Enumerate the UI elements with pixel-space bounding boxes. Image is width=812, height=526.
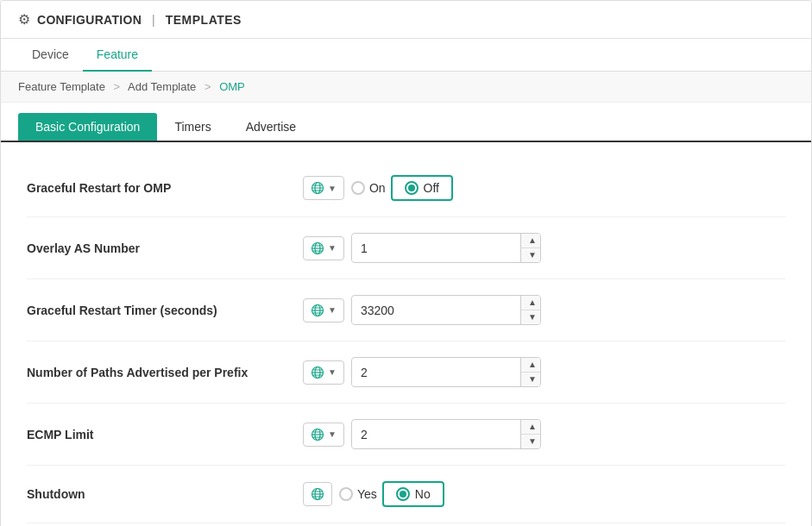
number-input-ecmp: ▲ ▼	[351, 419, 541, 449]
overlay-as-decrement[interactable]: ▼	[521, 247, 541, 262]
radio-circle-yes	[339, 487, 353, 501]
globe-icon-3	[311, 304, 324, 317]
header-divider: |	[152, 13, 155, 27]
label-overlay-as: Overlay AS Number	[27, 241, 303, 255]
globe-caret-2: ▼	[328, 243, 337, 253]
sub-tabs: Basic Configuration Timers Advertise	[1, 103, 811, 142]
globe-icon-4	[311, 366, 324, 379]
ecmp-steppers: ▲ ▼	[520, 420, 541, 448]
globe-btn-shutdown[interactable]	[303, 482, 332, 506]
radio-box-no[interactable]: No	[382, 481, 444, 507]
tab-feature[interactable]: Feature	[83, 39, 152, 72]
breadcrumb-item-1[interactable]: Add Template	[128, 80, 196, 93]
globe-btn-graceful-timer[interactable]: ▼	[303, 298, 344, 322]
globe-caret-3: ▼	[328, 305, 337, 315]
breadcrumb-item-current: OMP	[219, 80, 245, 93]
form-row-graceful-restart: Graceful Restart for OMP ▼ On	[27, 160, 785, 217]
control-paths: ▼ ▲ ▼	[303, 357, 541, 387]
radio-option-on[interactable]: On	[351, 181, 386, 195]
overlay-as-steppers: ▲ ▼	[520, 234, 541, 262]
graceful-timer-steppers: ▲ ▼	[520, 296, 541, 324]
graceful-timer-decrement[interactable]: ▼	[521, 310, 541, 324]
paths-steppers: ▲ ▼	[520, 358, 541, 386]
globe-caret-5: ▼	[328, 429, 337, 439]
breadcrumb-sep-0: >	[114, 80, 121, 93]
overlay-as-increment[interactable]: ▲	[521, 234, 541, 247]
radio-circle-off	[405, 181, 419, 195]
radio-box-off[interactable]: Off	[391, 175, 453, 201]
overlay-as-input[interactable]	[352, 235, 520, 261]
control-shutdown: Yes No	[303, 481, 444, 507]
tab-device[interactable]: Device	[18, 39, 83, 72]
number-input-overlay-as: ▲ ▼	[351, 233, 541, 263]
globe-btn-graceful-restart[interactable]: ▼	[303, 176, 344, 200]
globe-caret: ▼	[328, 184, 337, 193]
globe-icon-2	[311, 241, 324, 255]
radio-label-yes: Yes	[357, 487, 377, 501]
radio-label-no: No	[415, 487, 431, 501]
breadcrumb: Feature Template > Add Template > OMP	[1, 72, 811, 103]
label-paths: Number of Paths Advertised per Prefix	[27, 366, 303, 379]
sub-tab-basic[interactable]: Basic Configuration	[18, 113, 157, 141]
label-shutdown: Shutdown	[27, 487, 303, 501]
ecmp-decrement[interactable]: ▼	[521, 434, 541, 448]
paths-input[interactable]	[352, 360, 520, 385]
graceful-timer-increment[interactable]: ▲	[521, 296, 541, 310]
form-row-shutdown: Shutdown Yes	[27, 466, 785, 523]
radio-label-on: On	[369, 181, 386, 195]
radio-option-yes[interactable]: Yes	[339, 487, 377, 501]
globe-btn-overlay-as[interactable]: ▼	[303, 236, 344, 260]
header-title: CONFIGURATION	[37, 13, 142, 27]
globe-caret-4: ▼	[328, 367, 337, 377]
label-ecmp: ECMP Limit	[27, 428, 303, 441]
breadcrumb-item-0[interactable]: Feature Template	[18, 80, 105, 93]
ecmp-increment[interactable]: ▲	[521, 420, 541, 434]
main-content: Graceful Restart for OMP ▼ On	[1, 142, 811, 526]
number-input-paths: ▲ ▼	[351, 357, 541, 387]
number-input-graceful-timer: ▲ ▼	[351, 295, 541, 325]
control-graceful-restart: ▼ On Off	[303, 175, 453, 201]
control-ecmp: ▼ ▲ ▼	[303, 419, 541, 449]
globe-icon	[311, 181, 324, 195]
radio-label-off: Off	[424, 181, 439, 195]
label-graceful-timer: Graceful Restart Timer (seconds)	[27, 304, 303, 317]
sub-tab-timers[interactable]: Timers	[157, 113, 228, 141]
form-row-graceful-timer: Graceful Restart Timer (seconds) ▼	[27, 279, 785, 341]
form-row-paths: Number of Paths Advertised per Prefix ▼	[27, 341, 785, 404]
graceful-timer-input[interactable]	[352, 297, 520, 323]
globe-icon-5	[311, 428, 324, 441]
header-subtitle: TEMPLATES	[166, 13, 242, 27]
radio-circle-on	[351, 181, 365, 195]
breadcrumb-sep-1: >	[205, 80, 211, 93]
page-header: ⚙ CONFIGURATION | TEMPLATES	[1, 1, 811, 39]
paths-increment[interactable]: ▲	[521, 358, 541, 372]
control-overlay-as: ▼ ▲ ▼	[303, 233, 541, 263]
globe-icon-6	[311, 487, 324, 501]
main-tabs: Device Feature	[1, 39, 811, 72]
globe-btn-paths[interactable]: ▼	[303, 360, 344, 385]
sub-tab-advertise[interactable]: Advertise	[229, 113, 313, 141]
label-graceful-restart: Graceful Restart for OMP	[27, 181, 303, 195]
form-row-ecmp: ECMP Limit ▼ ▲ ▼	[27, 404, 785, 466]
paths-decrement[interactable]: ▼	[521, 372, 541, 386]
ecmp-input[interactable]	[352, 422, 520, 448]
radio-circle-no	[396, 487, 410, 501]
gear-icon: ⚙	[18, 11, 30, 28]
page-wrapper: ⚙ CONFIGURATION | TEMPLATES Device Featu…	[0, 0, 812, 526]
radio-group-graceful-restart: On Off	[351, 175, 453, 201]
control-graceful-timer: ▼ ▲ ▼	[303, 295, 541, 325]
radio-group-shutdown: Yes No	[339, 481, 444, 507]
form-row-overlay-as: Overlay AS Number ▼ ▲ ▼	[27, 217, 785, 279]
globe-btn-ecmp[interactable]: ▼	[303, 423, 344, 447]
